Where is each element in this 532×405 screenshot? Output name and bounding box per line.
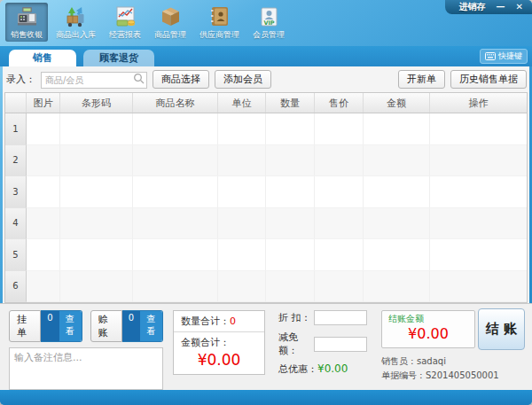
svg-text:VIP: VIP — [263, 19, 274, 27]
toolbar-item-label: 会员管理 — [253, 29, 285, 41]
deduction-input[interactable] — [314, 337, 367, 352]
table-row[interactable]: 6 — [5, 271, 527, 303]
cell-product-name — [133, 271, 218, 303]
new-order-button[interactable]: 开新单 — [398, 70, 445, 89]
entry-label: 录入： — [6, 73, 35, 86]
cell-product-name — [133, 208, 218, 240]
row-number: 5 — [5, 239, 27, 271]
cash-register-icon — [15, 4, 39, 28]
credit-view-badge[interactable]: 0 查看 — [122, 310, 163, 342]
toolbar-item-label: 供应商管理 — [200, 29, 239, 41]
toolbar-item-members[interactable]: VIP 会员管理 — [247, 3, 290, 42]
discount-input[interactable] — [314, 310, 367, 325]
cell-amount — [364, 208, 430, 240]
hold-order-button[interactable]: 挂单 — [9, 310, 41, 342]
table-row[interactable]: 5 — [5, 239, 527, 271]
deduction-row: 减免额： — [278, 331, 367, 357]
total-discount-value: ¥0.00 — [317, 362, 348, 375]
remarks-textarea[interactable] — [9, 347, 163, 390]
footer-left-column: 挂单 0 查看 赊账 0 查看 — [9, 310, 163, 390]
cell-price — [315, 208, 364, 240]
toolbar-item-label: 销售收银 — [11, 29, 43, 41]
cell-amount — [364, 145, 430, 177]
checkout-button[interactable]: 结 账 — [478, 308, 525, 350]
product-select-button[interactable]: 商品选择 — [153, 70, 209, 89]
discount-column: 折 扣： 减免额： 总优惠：¥0.00 — [278, 310, 367, 390]
header-cell-barcode: 条形码 — [60, 93, 133, 113]
receipt-value: S201405050001 — [426, 370, 499, 380]
header-cell-unit: 单位 — [218, 93, 266, 113]
header-cell-amount: 金额 — [364, 93, 430, 113]
cell-actions — [430, 271, 527, 303]
keyboard-icon — [485, 52, 496, 60]
cell-image — [27, 145, 60, 177]
order-actions-row: 挂单 0 查看 赊账 0 查看 — [9, 310, 163, 342]
cell-image — [27, 239, 60, 271]
add-member-button[interactable]: 添加会员 — [215, 70, 271, 89]
cell-barcode — [60, 113, 133, 145]
checkout-row: 结账金额 ¥0.00 结 账 — [381, 310, 525, 350]
cell-quantity — [266, 113, 315, 145]
hold-order-view-badge[interactable]: 0 查看 — [41, 310, 82, 342]
cell-actions — [430, 239, 527, 271]
toolbar-item-products[interactable]: 商品管理 — [149, 3, 192, 42]
cell-actions — [430, 208, 527, 240]
product-box-icon — [159, 4, 183, 28]
sales-history-button[interactable]: 历史销售单据 — [450, 70, 527, 89]
header-cell-price: 售价 — [315, 93, 364, 113]
order-meta: 销售员：sadaqi 单据编号：S201405050001 — [381, 354, 525, 382]
toolbar-item-label: 经营报表 — [109, 29, 141, 41]
cell-quantity — [266, 271, 315, 303]
amount-total-value: ¥0.00 — [181, 351, 257, 369]
row-number: 3 — [5, 176, 27, 208]
shortcut-keys-button[interactable]: 快捷键 — [480, 49, 528, 64]
titlebar: 进销存 — ✕ — [445, 0, 532, 14]
cell-amount — [364, 271, 430, 303]
checkout-amount-box: 结账金额 ¥0.00 — [381, 310, 475, 348]
toolbar-item-reports[interactable]: 经营报表 — [104, 3, 146, 42]
credit-button[interactable]: 赊账 — [90, 310, 122, 342]
cell-unit — [218, 176, 266, 208]
cell-amount — [364, 239, 430, 271]
header-cell-quantity: 数量 — [266, 93, 315, 113]
cell-barcode — [60, 145, 133, 177]
header-cell-image: 图片 — [27, 93, 60, 113]
header-cell-rownum — [5, 93, 27, 113]
toolbar-item-stock-in-out[interactable]: 商品出入库 — [51, 3, 101, 42]
window-bottom-edge — [0, 390, 532, 405]
sales-items-table: 图片 条形码 商品名称 单位 数量 售价 金额 操作 1 2 3 — [4, 92, 528, 303]
cell-price — [315, 145, 364, 177]
cell-unit — [218, 113, 266, 145]
discount-label: 折 扣： — [278, 311, 314, 324]
search-icon — [133, 73, 145, 84]
cell-unit — [218, 271, 266, 303]
tab-sales[interactable]: 销售 — [9, 50, 76, 66]
table-header-row: 图片 条形码 商品名称 单位 数量 售价 金额 操作 — [5, 93, 527, 113]
cell-unit — [218, 145, 266, 177]
cell-image — [27, 271, 60, 303]
table-row[interactable]: 4 — [5, 208, 527, 240]
minimize-button[interactable]: — — [497, 3, 505, 12]
cell-actions — [430, 145, 527, 177]
header-cell-actions: 操作 — [430, 93, 527, 113]
table-row[interactable]: 2 — [5, 145, 527, 177]
cell-product-name — [133, 176, 218, 208]
toolbar-item-suppliers[interactable]: 供应商管理 — [194, 3, 245, 42]
totals-box: 数量合计：0 金额合计： ¥0.00 — [173, 310, 265, 375]
cell-price — [315, 176, 364, 208]
close-button[interactable]: ✕ — [516, 3, 523, 12]
table-row[interactable]: 1 — [5, 113, 527, 145]
amount-total-row: 金额合计： ¥0.00 — [174, 332, 264, 369]
table-row[interactable]: 3 — [5, 176, 527, 208]
toolbar-item-sales-checkout[interactable]: 销售收银 — [5, 3, 48, 42]
receipt-label: 单据编号： — [381, 370, 426, 380]
cell-price — [315, 239, 364, 271]
salesperson-label: 销售员： — [381, 356, 417, 366]
total-discount-row: 总优惠：¥0.00 — [278, 362, 367, 376]
entry-input-wrap — [41, 70, 147, 89]
cell-quantity — [266, 239, 315, 271]
cell-barcode — [60, 271, 133, 303]
product-member-input[interactable] — [41, 72, 147, 89]
tab-customer-returns[interactable]: 顾客退货 — [83, 50, 154, 66]
supplier-book-icon — [207, 4, 231, 28]
